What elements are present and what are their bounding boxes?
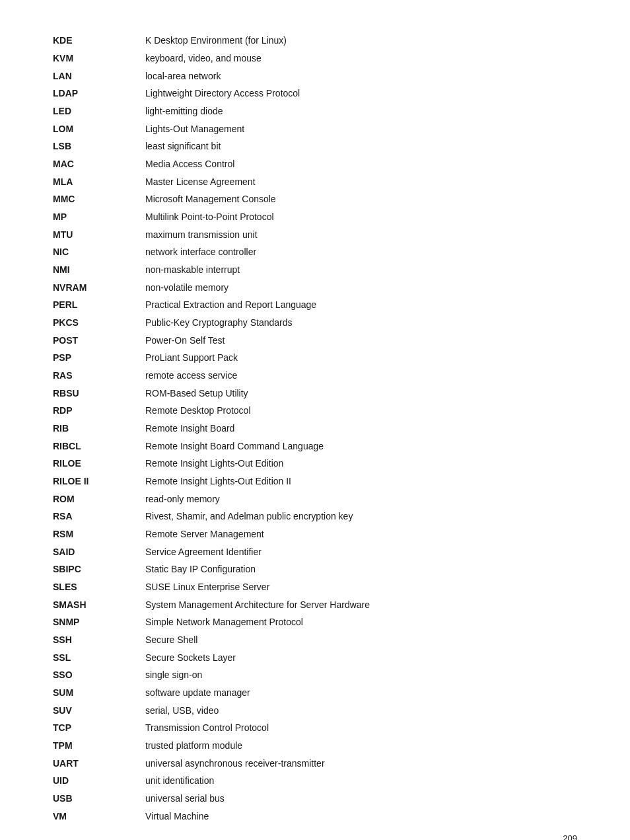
abbreviation: KVM <box>53 50 145 67</box>
definition: local-area network <box>145 67 577 85</box>
glossary-row: LANlocal-area network <box>53 67 577 85</box>
abbreviation: NVRAM <box>53 278 145 296</box>
abbreviation: LAN <box>53 67 145 85</box>
glossary-row: PKCSPublic-Key Cryptography Standards <box>53 314 577 332</box>
definition: ProLiant Support Pack <box>145 349 577 367</box>
glossary-row: LSBleast significant bit <box>53 137 577 155</box>
definition: light-emitting diode <box>145 102 577 120</box>
abbreviation: RIB <box>53 420 145 438</box>
definition: Virtual Machine <box>145 808 577 825</box>
definition: Public-Key Cryptography Standards <box>145 314 577 332</box>
glossary-row: TCPTransmission Control Protocol <box>53 719 577 737</box>
definition: keyboard, video, and mouse <box>145 50 577 67</box>
abbreviation: SBIPC <box>53 560 145 578</box>
abbreviation: MTU <box>53 225 145 243</box>
definition: Rivest, Shamir, and Adelman public encry… <box>145 508 577 525</box>
glossary-row: SSOsingle sign-on <box>53 666 577 684</box>
glossary-row: NMInon-maskable interrupt <box>53 261 577 279</box>
definition: Master License Agreement <box>145 172 577 190</box>
glossary-row: NVRAMnon-volatile memory <box>53 278 577 296</box>
glossary-row: PERLPractical Extraction and Report Lang… <box>53 296 577 314</box>
definition: universal asynchronous receiver-transmit… <box>145 755 577 773</box>
glossary-row: SBIPCStatic Bay IP Configuration <box>53 560 577 578</box>
abbreviation: SSH <box>53 631 145 649</box>
definition: software update manager <box>145 684 577 702</box>
abbreviation: PKCS <box>53 314 145 332</box>
glossary-row: RSMRemote Server Management <box>53 525 577 543</box>
abbreviation: SUM <box>53 684 145 702</box>
glossary-row: VMVirtual Machine <box>53 808 577 825</box>
abbreviation: RDP <box>53 402 145 420</box>
abbreviation: PERL <box>53 296 145 314</box>
definition: least significant bit <box>145 137 577 155</box>
glossary-row: MLAMaster License Agreement <box>53 172 577 190</box>
definition: read-only memory <box>145 490 577 508</box>
definition: non-maskable interrupt <box>145 261 577 279</box>
glossary-row: RILOERemote Insight Lights-Out Edition <box>53 455 577 473</box>
glossary-row: UIDunit identification <box>53 772 577 790</box>
glossary-row: KVMkeyboard, video, and mouse <box>53 50 577 67</box>
definition: Lights-Out Management <box>145 120 577 137</box>
definition: Microsoft Management Console <box>145 190 577 208</box>
abbreviation: RBSU <box>53 384 145 402</box>
glossary-row: RILOE IIRemote Insight Lights-Out Editio… <box>53 473 577 490</box>
definition: trusted platform module <box>145 737 577 755</box>
abbreviation: SAID <box>53 543 145 560</box>
glossary-row: SUVserial, USB, video <box>53 702 577 720</box>
glossary-row: RDPRemote Desktop Protocol <box>53 402 577 420</box>
definition: Remote Server Management <box>145 525 577 543</box>
glossary-row: POSTPower-On Self Test <box>53 331 577 349</box>
glossary-row: USBuniversal serial bus <box>53 790 577 808</box>
glossary-row: MMCMicrosoft Management Console <box>53 190 577 208</box>
definition: maximum transmission unit <box>145 225 577 243</box>
glossary-row: SSHSecure Shell <box>53 631 577 649</box>
glossary-row: LDAPLightweight Directory Access Protoco… <box>53 85 577 102</box>
abbreviation: SSO <box>53 666 145 684</box>
glossary-table: KDEK Desktop Environment (for Linux)KVMk… <box>53 32 577 825</box>
abbreviation: SUV <box>53 702 145 720</box>
definition: SUSE Linux Enterprise Server <box>145 578 577 596</box>
glossary-row: TPMtrusted platform module <box>53 737 577 755</box>
glossary-row: ROMread-only memory <box>53 490 577 508</box>
abbreviation: LED <box>53 102 145 120</box>
abbreviation: RSA <box>53 508 145 525</box>
glossary-row: SUMsoftware update manager <box>53 684 577 702</box>
definition: single sign-on <box>145 666 577 684</box>
abbreviation: KDE <box>53 32 145 50</box>
definition: universal serial bus <box>145 790 577 808</box>
abbreviation: UART <box>53 755 145 773</box>
definition: System Management Architecture for Serve… <box>145 596 577 614</box>
abbreviation: UID <box>53 772 145 790</box>
definition: Transmission Control Protocol <box>145 719 577 737</box>
glossary-row: SAIDService Agreement Identifier <box>53 543 577 560</box>
abbreviation: TCP <box>53 719 145 737</box>
glossary-row: MTUmaximum transmission unit <box>53 225 577 243</box>
glossary-row: LOMLights-Out Management <box>53 120 577 137</box>
abbreviation: MLA <box>53 172 145 190</box>
abbreviation: RAS <box>53 367 145 385</box>
definition: Static Bay IP Configuration <box>145 560 577 578</box>
abbreviation: TPM <box>53 737 145 755</box>
abbreviation: RILOE II <box>53 473 145 490</box>
page-content: KDEK Desktop Environment (for Linux)KVMk… <box>0 0 630 840</box>
abbreviation: SNMP <box>53 613 145 631</box>
page-number: 209 <box>563 833 577 840</box>
definition: remote access service <box>145 367 577 385</box>
definition: non-volatile memory <box>145 278 577 296</box>
definition: Lightweight Directory Access Protocol <box>145 85 577 102</box>
definition: Remote Insight Board <box>145 420 577 438</box>
definition: Secure Shell <box>145 631 577 649</box>
definition: network interface controller <box>145 243 577 261</box>
abbreviation: LOM <box>53 120 145 137</box>
glossary-row: MPMultilink Point-to-Point Protocol <box>53 208 577 226</box>
abbreviation: PSP <box>53 349 145 367</box>
abbreviation: SSL <box>53 649 145 667</box>
abbreviation: SLES <box>53 578 145 596</box>
abbreviation: POST <box>53 331 145 349</box>
abbreviation: VM <box>53 808 145 825</box>
definition: serial, USB, video <box>145 702 577 720</box>
glossary-row: LEDlight-emitting diode <box>53 102 577 120</box>
definition: Remote Insight Lights-Out Edition II <box>145 473 577 490</box>
abbreviation: LDAP <box>53 85 145 102</box>
definition: Remote Desktop Protocol <box>145 402 577 420</box>
